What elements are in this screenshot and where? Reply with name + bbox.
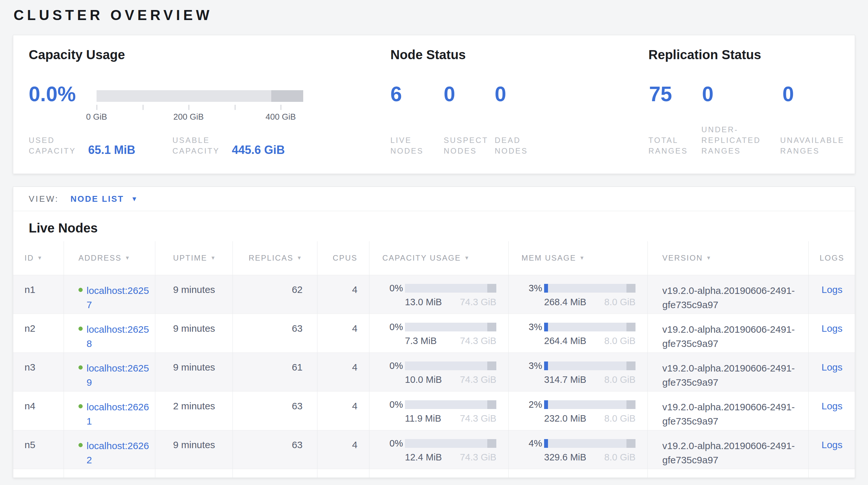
view-label: VIEW: <box>29 194 59 204</box>
node-address-cell: localhost:26259 <box>64 353 155 391</box>
node-id-cell: n1 <box>13 275 64 314</box>
mem-usage-cell: 3% 314.7 MiB 8.0 GiB <box>508 353 648 391</box>
uptime-cell: 9 minutes <box>155 314 233 352</box>
capacity-gauge: 0 GiB 200 GiB 400 GiB <box>97 90 303 121</box>
capacity-total-value: 74.3 GiB <box>460 336 496 346</box>
axis-label-200gib: 200 GiB <box>174 112 204 122</box>
used-capacity-value: 65.1 MiB <box>88 144 135 156</box>
capacity-bar <box>405 439 496 448</box>
mem-bar <box>544 400 636 409</box>
mem-usage-cell: 3% 268.4 MiB 8.0 GiB <box>508 275 648 314</box>
logs-link[interactable]: Logs <box>822 362 842 372</box>
sort-arrow-icon: ▼ <box>706 255 712 261</box>
capacity-total-value: 74.3 GiB <box>460 297 496 308</box>
logs-cell: Logs <box>809 314 855 352</box>
capacity-total-value: 74.3 GiB <box>460 452 496 463</box>
total-ranges-label: TOTAL RANGES <box>648 135 693 156</box>
under-replicated-ranges-value: 0 <box>702 83 714 105</box>
capacity-percent: 0% <box>382 283 403 293</box>
cluster-overview-page: CLUSTER OVERVIEW Capacity Usage 0.0% <box>0 0 868 485</box>
node-address-link[interactable]: localhost:26259 <box>87 361 153 390</box>
column-header-address[interactable]: ADDRESS ▼ <box>64 241 155 275</box>
view-dropdown[interactable]: NODE LIST ▼ <box>70 194 137 204</box>
node-live-dot-icon <box>79 443 83 447</box>
logs-cell: Logs <box>809 353 855 391</box>
node-id-cell: n2 <box>13 314 64 352</box>
view-bar: VIEW: NODE LIST ▼ <box>13 187 855 211</box>
replicas-cell: 63 <box>233 392 317 430</box>
usable-capacity-value: 445.6 GiB <box>232 144 285 156</box>
mem-percent: 3% <box>522 283 542 293</box>
mem-used-value: 264.4 MiB <box>544 336 586 346</box>
mem-usage-cell: 2% 232.0 MiB 8.0 GiB <box>508 392 648 430</box>
chevron-down-icon[interactable]: ▼ <box>131 195 137 203</box>
logs-link[interactable]: Logs <box>822 284 842 295</box>
axis-label-0gib: 0 GiB <box>86 112 107 122</box>
node-address-link[interactable]: localhost:26262 <box>87 439 153 467</box>
total-ranges-value: 75 <box>649 83 672 105</box>
replicas-cell: 63 <box>233 314 317 352</box>
capacity-percent: 0% <box>382 322 403 333</box>
logs-link[interactable]: Logs <box>822 401 842 411</box>
view-dropdown-value[interactable]: NODE LIST <box>70 194 124 204</box>
column-header-replicas[interactable]: REPLICAS ▼ <box>233 241 317 275</box>
capacity-gauge-reserved-segment <box>271 90 303 102</box>
suspect-nodes-stat: 0 SUSPECT NODES <box>444 35 495 174</box>
sort-arrow-icon: ▼ <box>464 255 470 261</box>
suspect-nodes-label: SUSPECT NODES <box>444 135 494 156</box>
capacity-total-value: 74.3 GiB <box>460 413 496 424</box>
node-address-link[interactable]: localhost:26257 <box>87 284 153 312</box>
node-list-card: VIEW: NODE LIST ▼ Live Nodes ID ▼ ADDRES… <box>13 187 855 478</box>
suspect-nodes-value: 0 <box>444 83 455 105</box>
node-status-panel: Node Status 6 LIVE NODES 0 SUSPECT NODES… <box>391 35 642 174</box>
logs-link[interactable]: Logs <box>822 439 842 450</box>
capacity-used-value: 12.4 MiB <box>405 452 442 463</box>
capacity-usage-panel: Capacity Usage 0.0% 0 GiB 200 GiB 4 <box>29 35 384 174</box>
capacity-used-value: 11.9 MiB <box>405 413 441 424</box>
capacity-bar <box>405 284 496 293</box>
table-row: n2 localhost:26258 9 minutes 63 4 0% <box>13 314 855 352</box>
mem-bar <box>544 362 636 370</box>
sort-arrow-icon: ▼ <box>125 255 131 261</box>
version-cell: v19.2.0-alpha.20190606-2491-gfe735c9a97 <box>648 353 809 391</box>
usable-capacity-label: USABLE CAPACITY <box>173 135 227 156</box>
column-header-mem-usage[interactable]: MEM USAGE ▼ <box>508 241 648 275</box>
cpus-cell: 4 <box>317 430 369 469</box>
sort-arrow-icon: ▼ <box>211 255 216 261</box>
table-row-clipped <box>13 469 855 478</box>
node-address-link[interactable]: localhost:26261 <box>87 400 153 428</box>
column-header-cpus: CPUS <box>317 241 369 275</box>
table-row: n4 localhost:26261 2 minutes 63 4 0% <box>13 391 855 430</box>
node-id-cell: n5 <box>13 430 64 469</box>
node-id-cell: n4 <box>13 392 64 430</box>
capacity-usage-cell: 0% 13.0 MiB 74.3 GiB <box>369 275 508 314</box>
total-ranges-stat: 75 TOTAL RANGES <box>648 35 700 174</box>
unavailable-ranges-value: 0 <box>782 83 794 105</box>
mem-total-value: 8.0 GiB <box>604 413 636 424</box>
uptime-cell: 9 minutes <box>155 353 233 391</box>
node-address-cell: localhost:26261 <box>64 392 155 430</box>
column-header-version[interactable]: VERSION ▼ <box>648 241 809 275</box>
uptime-cell: 9 minutes <box>155 430 233 469</box>
column-header-uptime[interactable]: UPTIME ▼ <box>155 241 233 275</box>
live-nodes-value: 6 <box>391 83 402 105</box>
capacity-used-value: 10.0 MiB <box>405 374 442 385</box>
page-title: CLUSTER OVERVIEW <box>13 7 213 23</box>
node-live-dot-icon <box>79 326 83 331</box>
column-header-capacity-usage[interactable]: CAPACITY USAGE ▼ <box>369 241 508 275</box>
mem-total-value: 8.0 GiB <box>604 452 636 463</box>
logs-link[interactable]: Logs <box>822 323 842 334</box>
mem-percent: 2% <box>522 399 542 410</box>
used-capacity-stat: USED CAPACITY 65.1 MiB <box>29 135 135 156</box>
node-address-link[interactable]: localhost:26258 <box>87 322 153 351</box>
summary-card: Capacity Usage 0.0% 0 GiB 200 GiB 4 <box>13 35 855 174</box>
replicas-cell: 62 <box>233 275 317 314</box>
capacity-usage-cell: 0% 12.4 MiB 74.3 GiB <box>369 430 508 469</box>
sort-arrow-icon: ▼ <box>297 255 303 261</box>
column-header-id[interactable]: ID ▼ <box>13 241 64 275</box>
cpus-cell: 4 <box>317 275 369 314</box>
mem-total-value: 8.0 GiB <box>604 297 636 308</box>
mem-percent: 4% <box>522 438 542 449</box>
version-cell: v19.2.0-alpha.20190606-2491-gfe735c9a97 <box>648 275 809 314</box>
table-row: n3 localhost:26259 9 minutes 61 4 0% <box>13 352 855 391</box>
